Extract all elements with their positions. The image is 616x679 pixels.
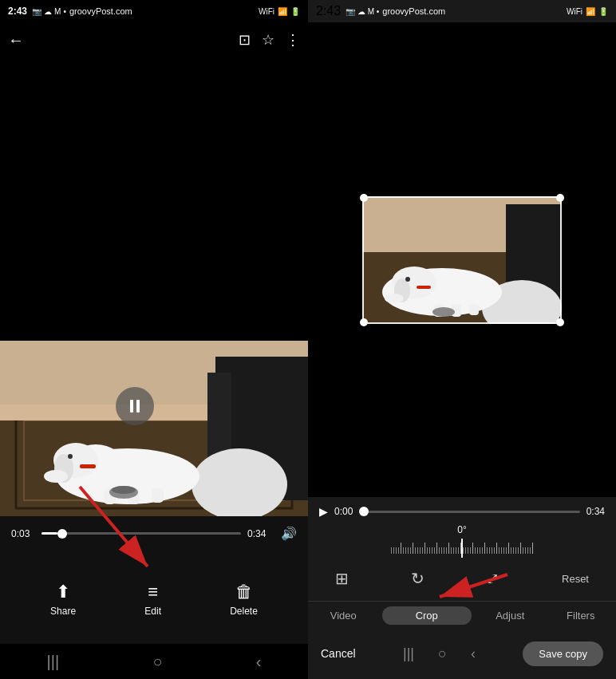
playback-current-time: 0:00 bbox=[334, 506, 353, 517]
playback-end-time: 0:34 bbox=[586, 506, 605, 517]
left-status-bar: 2:43 📷 ☁ M • groovyPost.com WiFi 📶 🔋 bbox=[0, 0, 308, 22]
share-icon: ⬆ bbox=[56, 582, 70, 602]
wifi-icon: WiFi bbox=[259, 7, 274, 16]
timeline-area: ▶ 0:00 0:34 0° bbox=[308, 497, 616, 601]
ruler-center-indicator bbox=[461, 539, 463, 558]
cast-icon[interactable]: ⊡ bbox=[239, 31, 251, 49]
tab-bar: Video Crop Adjust Filters bbox=[308, 601, 616, 628]
crop-handle-br[interactable] bbox=[556, 318, 564, 326]
pause-icon bbox=[130, 400, 140, 413]
svg-rect-16 bbox=[152, 488, 164, 503]
share-button[interactable]: ⬆ Share bbox=[50, 582, 76, 617]
save-copy-button[interactable]: Save copy bbox=[523, 641, 603, 666]
tool-icons-row: ⊞ ↻ ⤢ Reset bbox=[319, 564, 605, 593]
progress-thumb[interactable] bbox=[57, 529, 67, 539]
reset-button[interactable]: Reset bbox=[562, 573, 589, 585]
svg-point-17 bbox=[44, 470, 68, 483]
right-time: 2:43 bbox=[316, 4, 341, 18]
progress-row: 0:03 0:34 🔊 bbox=[0, 526, 308, 541]
right-wifi-icon: WiFi bbox=[567, 7, 582, 16]
tab-crop[interactable]: Crop bbox=[382, 606, 472, 625]
left-time: 2:43 bbox=[8, 6, 27, 17]
rotation-ruler[interactable] bbox=[319, 539, 605, 558]
tab-video[interactable]: Video bbox=[308, 606, 379, 625]
crop-handle-tl[interactable] bbox=[360, 194, 368, 202]
play-pause-button[interactable] bbox=[116, 387, 154, 425]
left-signal-icons: WiFi 📶 🔋 bbox=[259, 7, 300, 16]
crop-overlay-top bbox=[308, 22, 616, 196]
progress-track[interactable] bbox=[41, 532, 241, 535]
action-row: ⬆ Share ≡ Edit 🗑 Delete bbox=[0, 554, 308, 644]
right-domain: groovyPost.com bbox=[382, 6, 445, 16]
left-panel: 2:43 📷 ☁ M • groovyPost.com WiFi 📶 🔋 ← ⊡… bbox=[0, 0, 308, 679]
svg-point-19 bbox=[112, 486, 136, 494]
rotation-degree: 0° bbox=[457, 524, 466, 535]
edit-icon: ≡ bbox=[148, 582, 158, 602]
menu-icon[interactable]: ⋮ bbox=[286, 31, 300, 49]
playback-row: ▶ 0:00 0:34 bbox=[319, 505, 605, 518]
nav-back[interactable]: ‹ bbox=[256, 653, 262, 671]
black-upper bbox=[0, 57, 308, 333]
right-nav-recent[interactable]: ||| bbox=[403, 645, 414, 662]
cancel-button[interactable]: Cancel bbox=[321, 647, 356, 660]
right-nav-home[interactable]: ○ bbox=[438, 645, 447, 662]
crop-overlay-bottom bbox=[308, 324, 616, 498]
video-area[interactable] bbox=[0, 57, 308, 516]
playback-track[interactable] bbox=[359, 511, 579, 513]
crop-overlay-right bbox=[562, 196, 616, 324]
battery-icon: 🔋 bbox=[290, 7, 300, 16]
end-time-left: 0:34 bbox=[247, 528, 271, 539]
nav-home[interactable]: ○ bbox=[152, 653, 162, 671]
edit-button[interactable]: ≡ Edit bbox=[144, 582, 161, 617]
left-domain: groovyPost.com bbox=[69, 6, 132, 16]
tab-adjust[interactable]: Adjust bbox=[475, 606, 546, 625]
left-status-icons: 📷 ☁ M • bbox=[32, 7, 66, 16]
bottom-action-row: Cancel ||| ○ ‹ Save copy bbox=[308, 628, 616, 679]
delete-label: Delete bbox=[230, 606, 258, 617]
right-status-bar: 2:43 📷 ☁ M • groovyPost.com WiFi 📶 🔋 bbox=[308, 0, 616, 22]
svg-point-12 bbox=[68, 454, 73, 459]
back-button[interactable]: ← bbox=[8, 31, 24, 49]
aspect-ratio-icon[interactable]: ⊞ bbox=[335, 569, 349, 588]
crop-frame[interactable] bbox=[362, 196, 562, 324]
delete-icon: 🗑 bbox=[235, 582, 253, 602]
crop-handle-tr[interactable] bbox=[556, 194, 564, 202]
current-time-left: 0:03 bbox=[11, 528, 35, 539]
right-battery-icon: 🔋 bbox=[598, 7, 608, 16]
edit-label: Edit bbox=[144, 606, 161, 617]
play-button[interactable]: ▶ bbox=[319, 505, 328, 518]
signal-icon: 📶 bbox=[278, 7, 287, 16]
dog-video-frame bbox=[0, 341, 308, 516]
right-bottom-nav: ||| ○ ‹ bbox=[387, 636, 492, 671]
expand-icon[interactable]: ⤢ bbox=[486, 569, 500, 588]
right-signal-icons: WiFi 📶 🔋 bbox=[567, 7, 608, 16]
delete-button[interactable]: 🗑 Delete bbox=[230, 582, 258, 617]
crop-handle-bl[interactable] bbox=[360, 318, 368, 326]
right-video-inner bbox=[308, 22, 616, 497]
crop-overlay-left bbox=[308, 196, 362, 324]
nav-icons-group: ⊡ ☆ ⋮ bbox=[239, 31, 300, 49]
right-signal-icon: 📶 bbox=[586, 7, 595, 16]
right-panel: 2:43 📷 ☁ M • groovyPost.com WiFi 📶 🔋 bbox=[308, 0, 616, 679]
right-nav-back[interactable]: ‹ bbox=[471, 645, 476, 662]
progress-fill bbox=[41, 532, 57, 535]
tab-filters[interactable]: Filters bbox=[546, 606, 617, 625]
rotate-icon[interactable]: ↻ bbox=[411, 569, 424, 588]
left-bottom-nav: ||| ○ ‹ bbox=[0, 644, 308, 679]
nav-recent-apps[interactable]: ||| bbox=[47, 653, 60, 671]
volume-icon[interactable]: 🔊 bbox=[281, 526, 297, 541]
right-video-area bbox=[308, 22, 616, 497]
rotation-area: 0° bbox=[319, 524, 605, 558]
star-icon[interactable]: ☆ bbox=[262, 31, 274, 49]
svg-rect-13 bbox=[80, 464, 96, 468]
left-top-nav: ← ⊡ ☆ ⋮ bbox=[0, 22, 308, 57]
right-status-icons: 📷 ☁ M • bbox=[346, 7, 379, 16]
bottom-controls: 0:03 0:34 🔊 ⬆ Share ≡ Edit 🗑 Delete bbox=[0, 516, 308, 644]
dog-scene-svg bbox=[0, 341, 308, 516]
playback-thumb[interactable] bbox=[359, 507, 369, 516]
share-label: Share bbox=[50, 606, 76, 617]
